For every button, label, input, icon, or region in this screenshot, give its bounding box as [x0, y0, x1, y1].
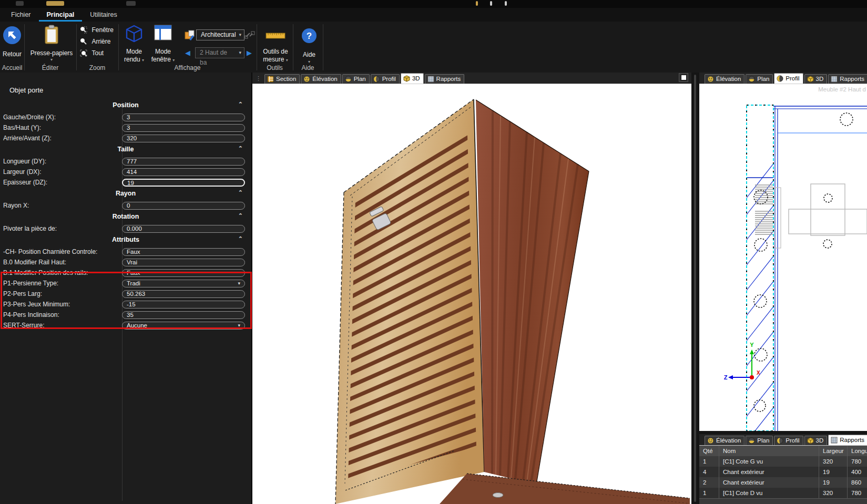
tab-profil-active[interactable]: Profil — [774, 73, 803, 84]
quick-access-icon[interactable] — [126, 1, 136, 6]
property-label: Pivoter la pièce de: — [3, 225, 122, 232]
tab-rapports-active[interactable]: Rapports — [828, 435, 867, 445]
3d-viewport[interactable] — [252, 84, 691, 504]
tab-elevation[interactable]: Élévation — [705, 436, 744, 445]
property-input[interactable]: 3 — [122, 114, 245, 121]
table-row[interactable]: 1 [C1] Cote G vu 320 780 — [699, 456, 867, 467]
tab-rapports[interactable]: Rapports — [828, 74, 867, 84]
plan-icon — [748, 437, 755, 444]
previous-layout-arrow[interactable]: ◀ — [185, 47, 190, 58]
layout-config-icon-disabled — [244, 29, 255, 40]
collapse-chevron-icon[interactable]: ⌃ — [238, 212, 243, 219]
tab-elevation[interactable]: Élévation — [705, 74, 744, 84]
plan-icon — [748, 76, 755, 83]
chevron-down-icon: ▾ — [238, 322, 240, 329]
measure-tools-button[interactable]: Outils de mesure ▾ — [260, 25, 291, 42]
section-header-position[interactable]: Position ⌃ — [0, 101, 251, 109]
property-input-focused[interactable]: 19 — [122, 179, 245, 187]
property-input[interactable]: 3 — [122, 124, 245, 132]
render-mode-button[interactable]: Mode rendu ▾ — [124, 25, 144, 45]
property-label: P4-Pers Inclinaison: — [3, 311, 122, 318]
chevron-down-icon: ▾ — [286, 58, 288, 63]
property-input[interactable]: 777 — [122, 158, 245, 166]
tab-3d-active[interactable]: 3D — [401, 73, 424, 84]
property-input[interactable]: 50.263 — [122, 290, 245, 298]
maximize-view-button[interactable] — [679, 73, 688, 82]
ribbon-tab-principal[interactable]: Principal — [39, 8, 83, 22]
table-row[interactable]: 4 Chant extérieur 19 400 — [699, 467, 867, 477]
table-row-partial[interactable] — [699, 498, 867, 504]
tab-3d[interactable]: 3D — [804, 74, 828, 84]
tab-section[interactable]: Section — [264, 74, 300, 84]
back-button[interactable]: Retour — [2, 26, 23, 47]
section-header-attributs[interactable]: Attributs ⌃ — [0, 236, 251, 244]
tab-plan[interactable]: Plan — [746, 436, 773, 445]
property-input[interactable]: Vrai — [122, 259, 245, 266]
collapse-chevron-icon[interactable]: ⌃ — [238, 101, 243, 108]
column-header-longueur[interactable]: Longu — [848, 446, 867, 456]
property-input[interactable]: 0 — [122, 202, 245, 210]
section-header-rotation[interactable]: Rotation ⌃ — [0, 213, 251, 221]
tab-plan[interactable]: Plan — [342, 74, 370, 84]
property-label: P2-Pers Larg: — [3, 290, 122, 297]
property-input[interactable]: 414 — [122, 168, 245, 176]
property-input[interactable]: 0.000 — [122, 225, 245, 233]
column-header-qte[interactable]: Qté — [699, 446, 719, 456]
property-label: B.1 Modifier Position des rails: — [3, 269, 122, 276]
collapse-chevron-icon[interactable]: ⌃ — [238, 189, 243, 196]
profil-icon — [777, 437, 783, 444]
ribbon-tab-fichier[interactable]: Fichier — [3, 8, 39, 22]
zoom-fenetre-button[interactable]: Fenêtre — [80, 26, 114, 36]
property-row: B.1 Modifier Position des rails:Faux — [0, 268, 251, 278]
right-view-tab-bar: Élévation Plan Profil 3D Rapports — [699, 73, 867, 84]
property-dropdown[interactable]: Aucune▾ — [122, 322, 245, 330]
window-title-fragment — [505, 1, 507, 6]
property-label: -CH- Position Charnière Controle: — [3, 248, 122, 255]
window-title-fragment — [476, 1, 478, 6]
property-label: Epaisseur (DZ): — [3, 179, 122, 186]
property-input[interactable]: -15 — [122, 301, 245, 308]
chevron-down-icon: ▾ — [239, 30, 241, 40]
application-window: Fichier Principal Utilitaires Retour Acc… — [0, 0, 867, 504]
window-mode-button[interactable]: Mode fenêtre ▾ — [152, 25, 174, 43]
column-header-largeur[interactable]: Largeur — [819, 446, 848, 456]
property-row: SERT-Serrure:Aucune▾ — [0, 320, 251, 331]
next-layout-arrow[interactable]: ▶ — [247, 47, 252, 58]
clipboard-button[interactable]: Presse-papiers ▾ — [27, 25, 76, 47]
property-input[interactable]: Faux — [122, 269, 245, 277]
section-header-rayon[interactable]: Rayon ⌃ — [0, 190, 251, 198]
zoom-arriere-button[interactable]: Arrière — [80, 38, 110, 47]
table-row[interactable]: 1 [C1] Cote D vu 320 780 — [699, 488, 867, 498]
help-button[interactable]: ? Aide ▾ — [298, 28, 321, 46]
vertical-splitter[interactable] — [691, 73, 699, 504]
zoom-tout-button[interactable]: Tout — [80, 49, 104, 59]
property-input[interactable]: 35 — [122, 311, 245, 319]
table-row[interactable]: 2 Chant extérieur 19 860 — [699, 477, 867, 488]
property-label: Bas/Haut (Y): — [3, 124, 122, 131]
tab-plan[interactable]: Plan — [746, 74, 773, 84]
quick-access-clipboard-icon[interactable] — [46, 1, 64, 6]
tab-profil[interactable]: Profil — [371, 74, 400, 84]
property-input[interactable]: 320 — [122, 135, 245, 142]
drag-handle-icon[interactable]: ⋮ — [256, 75, 261, 82]
tab-rapports[interactable]: Rapports — [425, 74, 465, 84]
property-input[interactable]: Faux — [122, 248, 245, 256]
display-style-select[interactable]: Architectural ▾ — [196, 29, 244, 40]
section-header-taille[interactable]: Taille ⌃ — [0, 146, 251, 153]
property-row: Longueur (DY):777 — [0, 156, 251, 167]
tab-3d[interactable]: 3D — [804, 436, 828, 445]
zoom-window-icon — [80, 26, 87, 34]
ribbon-tab-utilitaires[interactable]: Utilitaires — [82, 8, 125, 22]
profile-drawing-viewport[interactable]: Meuble #2 Haut d — [699, 84, 867, 431]
collapse-chevron-icon[interactable]: ⌃ — [238, 235, 243, 242]
quick-access-icon[interactable] — [16, 1, 24, 6]
column-header-nom[interactable]: Nom — [719, 446, 819, 456]
property-row: P4-Pers Inclinaison:35 — [0, 310, 251, 320]
tab-elevation[interactable]: Élévation — [301, 74, 341, 84]
elevation-icon — [707, 76, 714, 83]
tab-profil[interactable]: Profil — [774, 436, 803, 445]
collapse-chevron-icon[interactable]: ⌃ — [238, 145, 243, 152]
svg-text:Z: Z — [724, 374, 728, 380]
reports-table-icon — [831, 437, 838, 444]
property-dropdown[interactable]: Tradi▾ — [122, 280, 245, 287]
